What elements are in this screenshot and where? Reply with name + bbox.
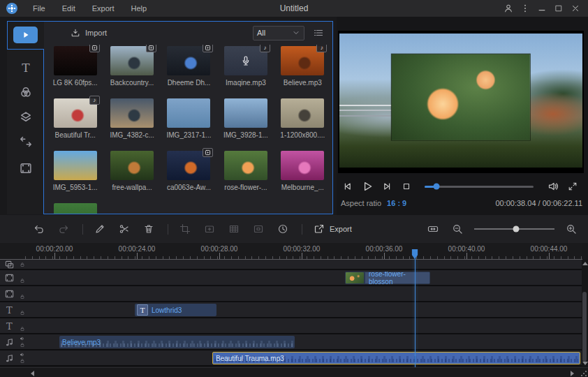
timeline-track-text[interactable]: T xyxy=(0,302,582,318)
aspect-ratio-value[interactable]: 16 : 9 xyxy=(387,199,406,207)
menu-export[interactable]: Export xyxy=(84,4,123,13)
minimize-button[interactable] xyxy=(535,2,549,15)
timeline-ruler[interactable]: 00:00:20.0000:00:24.0000:00:28.0000:00:3… xyxy=(0,243,582,260)
media-item[interactable]: IMG_2317-1... xyxy=(163,97,214,149)
menu-edit[interactable]: Edit xyxy=(54,4,84,13)
vertical-scrollbar[interactable] xyxy=(582,260,588,367)
media-item[interactable]: IMG_5953-1... xyxy=(50,149,101,202)
maximize-button[interactable] xyxy=(552,2,566,15)
account-icon[interactable] xyxy=(501,2,515,15)
timeline-track-text[interactable]: T xyxy=(0,318,582,334)
import-label: Import xyxy=(85,29,107,37)
lock-icon[interactable] xyxy=(20,342,25,348)
menu-file[interactable]: File xyxy=(24,4,54,13)
fullscreen-button[interactable] xyxy=(564,179,581,193)
media-item[interactable]: LG 8K 60fps... xyxy=(50,45,101,97)
volume-button[interactable] xyxy=(545,179,561,193)
timeline-clip[interactable]: Beautiful Trauma.mp3 xyxy=(212,352,580,364)
media-item[interactable]: ca0063e-Aw... xyxy=(163,149,214,202)
menu-items: FileEditExportHelp xyxy=(24,4,155,13)
lock-icon[interactable] xyxy=(20,278,25,283)
sidebar-tab-text[interactable]: T xyxy=(18,60,34,75)
timeline-clip[interactable]: rose-flower-blosson xyxy=(345,272,430,284)
import-button[interactable]: Import xyxy=(71,28,107,38)
scroll-down-arrow-icon[interactable] xyxy=(582,362,588,365)
fit-timeline-button[interactable] xyxy=(426,222,440,236)
kebab-menu-icon[interactable] xyxy=(518,2,532,15)
speaker-icon[interactable] xyxy=(20,336,25,341)
media-item[interactable] xyxy=(50,202,101,214)
media-item-name: Beautiful Tr... xyxy=(55,131,96,139)
timeline-clip[interactable]: TLowthrid3 xyxy=(135,304,216,316)
media-item[interactable]: IMG_4382-c... xyxy=(106,97,158,149)
split-icon xyxy=(119,223,130,235)
timeline-track-video[interactable] xyxy=(0,286,582,302)
ruler-ticks xyxy=(25,256,582,259)
timeline-track-video[interactable] xyxy=(0,270,582,286)
media-item[interactable]: 1-1200x800.... xyxy=(277,97,328,149)
media-item-name: 1-1200x800.... xyxy=(280,131,325,139)
crop-button xyxy=(178,222,192,236)
sidebar-tab-elements[interactable] xyxy=(18,161,34,176)
undo-button[interactable] xyxy=(32,222,46,236)
zoom-out-button[interactable] xyxy=(450,222,464,236)
lock-icon[interactable] xyxy=(20,358,25,364)
lock-icon[interactable] xyxy=(20,262,25,267)
duration-button[interactable] xyxy=(276,222,290,236)
lock-icon[interactable] xyxy=(20,326,25,332)
media-item[interactable]: Melbourne_... xyxy=(277,149,328,202)
resize-grip-icon[interactable] xyxy=(580,370,587,376)
previous-frame-button[interactable] xyxy=(339,179,356,193)
timeline-track-pip[interactable] xyxy=(0,260,582,270)
film-track-icon xyxy=(4,272,15,283)
timeline-clip[interactable]: Believe.mp3 xyxy=(59,336,295,348)
scroll-right-arrow-icon[interactable] xyxy=(571,371,574,376)
media-item[interactable]: ♪Imaqine.mp3 xyxy=(220,45,272,97)
lock-icon[interactable] xyxy=(20,310,25,316)
media-thumbnail xyxy=(54,203,97,214)
zoom-in-button[interactable] xyxy=(564,222,578,236)
scroll-up-arrow-icon[interactable] xyxy=(582,262,588,265)
import-icon xyxy=(71,28,80,38)
menu-help[interactable]: Help xyxy=(123,4,156,13)
timeline-zoom-handle[interactable] xyxy=(513,226,519,232)
sidebar-tab-overlays[interactable] xyxy=(18,110,34,125)
sidebar-tab-filters[interactable] xyxy=(18,84,34,100)
preview-pip-overlay[interactable] xyxy=(392,54,530,140)
sidebar-tab-transitions[interactable] xyxy=(18,134,34,149)
vertical-scroll-thumb[interactable] xyxy=(582,292,587,362)
scroll-left-arrow-icon[interactable] xyxy=(31,371,34,376)
play-button[interactable] xyxy=(359,179,376,193)
media-item[interactable]: Backcountry... xyxy=(106,45,158,97)
sidebar-tab-media[interactable] xyxy=(13,27,38,43)
media-item-name: Believe.mp3 xyxy=(284,79,322,87)
media-item[interactable]: IMG_3928-1... xyxy=(220,97,272,149)
horizontal-scrollbar[interactable] xyxy=(0,367,588,377)
lock-icon[interactable] xyxy=(20,294,25,300)
media-filter-dropdown[interactable]: All xyxy=(253,26,304,40)
speaker-icon[interactable] xyxy=(20,352,25,357)
media-thumbnail xyxy=(110,151,154,180)
media-item[interactable]: Dheeme Dh... xyxy=(163,45,214,97)
list-view-button[interactable] xyxy=(313,27,325,39)
close-button[interactable] xyxy=(568,2,582,15)
delete-icon xyxy=(143,223,154,235)
toolbar-separator xyxy=(168,224,168,235)
delete-button[interactable] xyxy=(142,222,156,236)
media-item[interactable]: free-wallpa... xyxy=(106,149,158,202)
media-item[interactable]: rose-flower-... xyxy=(220,149,272,202)
seek-handle[interactable] xyxy=(434,184,440,190)
timeline-zoom-slider[interactable] xyxy=(474,228,554,230)
seek-slider[interactable] xyxy=(425,186,534,188)
split-button[interactable] xyxy=(117,222,131,236)
stop-button[interactable] xyxy=(398,179,415,193)
playhead-line[interactable] xyxy=(415,256,416,367)
media-item[interactable]: ♪Believe.mp3 xyxy=(277,45,328,97)
export-button[interactable]: Export xyxy=(314,223,352,235)
media-item[interactable]: ♪Beautiful Tr... xyxy=(50,97,101,149)
next-frame-button[interactable] xyxy=(378,179,395,193)
media-filter-value: All xyxy=(257,29,265,37)
edit-button[interactable] xyxy=(93,222,107,236)
media-play-icon xyxy=(21,30,31,40)
media-item-name: IMG_4382-c... xyxy=(110,131,154,139)
